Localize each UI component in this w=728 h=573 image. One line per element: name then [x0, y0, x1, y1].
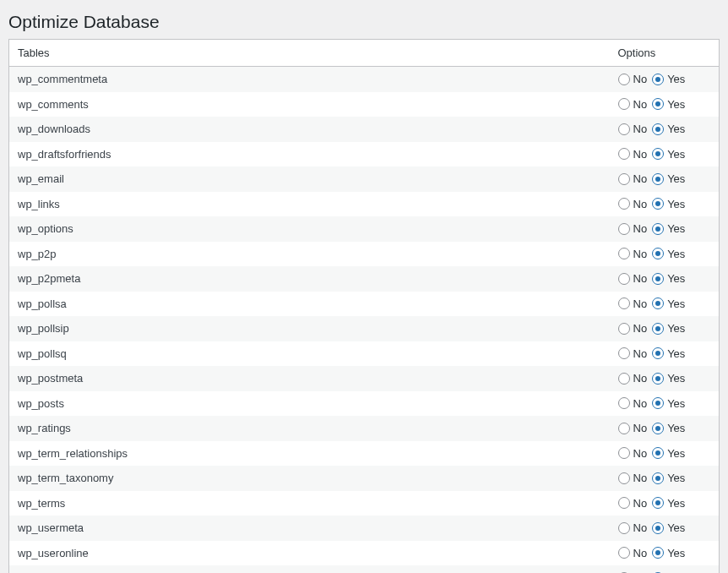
table-name: wp_options — [9, 216, 610, 242]
radio-yes-label[interactable]: Yes — [652, 570, 685, 573]
radio-yes-label[interactable]: Yes — [652, 445, 685, 462]
radio-yes-label[interactable]: Yes — [652, 470, 685, 487]
radio-no-text: No — [633, 570, 648, 573]
radio-yes[interactable] — [652, 173, 664, 185]
radio-yes[interactable] — [652, 198, 664, 210]
radio-no[interactable] — [618, 323, 630, 335]
radio-yes-label[interactable]: Yes — [652, 520, 685, 537]
radio-no[interactable] — [618, 373, 630, 385]
radio-yes-label[interactable]: Yes — [652, 346, 685, 363]
table-row: wp_downloadsNoYes — [9, 117, 720, 142]
radio-yes[interactable] — [652, 472, 664, 484]
radio-no-label[interactable]: No — [618, 221, 648, 237]
radio-no[interactable] — [618, 74, 630, 85]
table-name: wp_email — [9, 166, 610, 192]
radio-yes[interactable] — [652, 497, 664, 509]
radio-no[interactable] — [618, 397, 630, 409]
radio-no-label[interactable]: No — [618, 96, 648, 113]
radio-no-label[interactable]: No — [618, 370, 648, 387]
radio-no[interactable] — [618, 123, 630, 135]
radio-no-label[interactable]: No — [618, 246, 648, 263]
radio-no[interactable] — [618, 223, 630, 235]
radio-yes-label[interactable]: Yes — [652, 370, 685, 387]
radio-no-label[interactable]: No — [618, 296, 648, 313]
radio-no-label[interactable]: No — [618, 420, 648, 437]
radio-no-label[interactable]: No — [618, 470, 648, 487]
radio-no-text: No — [633, 121, 648, 138]
radio-yes[interactable] — [652, 273, 664, 285]
radio-no[interactable] — [618, 423, 630, 434]
radio-no-label[interactable]: No — [618, 270, 648, 287]
radio-yes-label[interactable]: Yes — [652, 96, 685, 113]
radio-no[interactable] — [618, 297, 630, 309]
radio-group: NoYes — [618, 495, 711, 512]
radio-no-label[interactable]: No — [618, 396, 648, 412]
radio-yes-label[interactable]: Yes — [652, 171, 685, 188]
radio-no-label[interactable]: No — [618, 346, 648, 363]
radio-yes-label[interactable]: Yes — [652, 545, 685, 562]
radio-yes-label[interactable]: Yes — [652, 71, 685, 88]
radio-yes-text: Yes — [667, 121, 685, 138]
options-cell: NoYes — [610, 242, 720, 267]
radio-yes-label[interactable]: Yes — [652, 296, 685, 313]
radio-no[interactable] — [618, 497, 630, 509]
radio-group: NoYes — [618, 121, 711, 138]
table-row: wp_draftsforfriendsNoYes — [9, 142, 720, 167]
radio-no-label[interactable]: No — [618, 520, 648, 537]
radio-yes-text: Yes — [667, 96, 685, 113]
table-row: wp_postsNoYes — [9, 391, 720, 417]
radio-yes[interactable] — [652, 98, 664, 110]
radio-no-label[interactable]: No — [618, 545, 648, 562]
radio-yes[interactable] — [652, 347, 664, 359]
radio-yes[interactable] — [652, 547, 664, 559]
radio-yes[interactable] — [652, 323, 664, 335]
radio-no-text: No — [633, 346, 648, 363]
radio-yes[interactable] — [652, 447, 664, 459]
radio-yes-label[interactable]: Yes — [652, 420, 685, 437]
radio-no-label[interactable]: No — [618, 171, 648, 188]
radio-yes[interactable] — [652, 123, 664, 135]
radio-yes[interactable] — [652, 397, 664, 409]
radio-no-label[interactable]: No — [618, 121, 648, 138]
radio-yes[interactable] — [652, 74, 664, 85]
radio-no[interactable] — [618, 98, 630, 110]
radio-yes[interactable] — [652, 297, 664, 309]
radio-no-text: No — [633, 495, 648, 512]
radio-yes-label[interactable]: Yes — [652, 495, 685, 512]
radio-no[interactable] — [618, 173, 630, 185]
radio-yes[interactable] — [652, 223, 664, 235]
radio-yes[interactable] — [652, 373, 664, 385]
radio-no[interactable] — [618, 447, 630, 459]
radio-yes-label[interactable]: Yes — [652, 146, 685, 163]
radio-no-label[interactable]: No — [618, 570, 648, 573]
radio-yes-label[interactable]: Yes — [652, 196, 685, 213]
radio-yes[interactable] — [652, 248, 664, 259]
radio-yes[interactable] — [652, 423, 664, 434]
radio-no[interactable] — [618, 347, 630, 359]
radio-yes-label[interactable]: Yes — [652, 221, 685, 237]
radio-no[interactable] — [618, 273, 630, 285]
radio-yes-label[interactable]: Yes — [652, 270, 685, 287]
radio-yes-label[interactable]: Yes — [652, 396, 685, 412]
radio-no-label[interactable]: No — [618, 320, 648, 337]
radio-no[interactable] — [618, 248, 630, 259]
table-row: wp_linksNoYes — [9, 192, 720, 217]
radio-yes[interactable] — [652, 522, 664, 534]
options-cell: NoYes — [610, 541, 720, 566]
radio-no-label[interactable]: No — [618, 71, 648, 88]
radio-no-label[interactable]: No — [618, 146, 648, 163]
radio-group: NoYes — [618, 146, 711, 163]
radio-group: NoYes — [618, 196, 711, 213]
radio-no[interactable] — [618, 472, 630, 484]
radio-yes[interactable] — [652, 148, 664, 160]
radio-no-label[interactable]: No — [618, 445, 648, 462]
radio-no[interactable] — [618, 198, 630, 210]
radio-no-label[interactable]: No — [618, 495, 648, 512]
radio-yes-label[interactable]: Yes — [652, 121, 685, 138]
radio-no[interactable] — [618, 148, 630, 160]
radio-no[interactable] — [618, 547, 630, 559]
radio-yes-label[interactable]: Yes — [652, 320, 685, 337]
radio-no-label[interactable]: No — [618, 196, 648, 213]
radio-no[interactable] — [618, 522, 630, 534]
radio-yes-label[interactable]: Yes — [652, 246, 685, 263]
